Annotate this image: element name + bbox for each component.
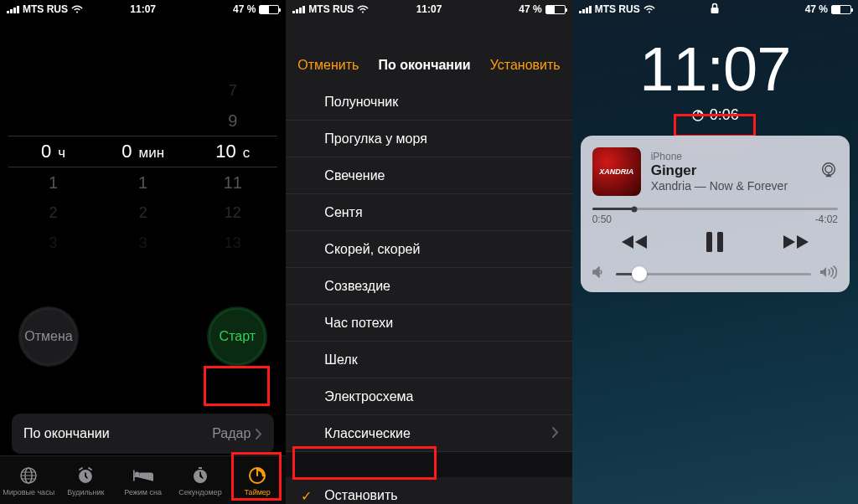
lock-icon	[711, 3, 720, 17]
hours-col[interactable]: 0 ч	[9, 141, 98, 162]
sound-item[interactable]: Электросхема	[286, 378, 571, 415]
tab-alarm[interactable]: Будильник	[57, 456, 114, 504]
lock-screen-time: 11:07	[572, 33, 858, 105]
volume-slider[interactable]	[616, 273, 811, 275]
airplay-icon[interactable]	[819, 161, 838, 183]
classic-row[interactable]: Классические	[286, 415, 571, 452]
svg-rect-4	[199, 467, 202, 469]
seconds-col[interactable]: 10 с	[189, 141, 277, 162]
start-button[interactable]: Старт	[207, 306, 267, 367]
tab-stopwatch[interactable]: Секундомер	[172, 456, 229, 504]
status-time: 11:07	[130, 3, 156, 15]
lock-screen: MTS RUS 47 % 11:07 0:06 XANDRIA iPhone G…	[572, 0, 858, 504]
sound-item[interactable]: Скорей, скорей	[286, 231, 571, 268]
sound-item[interactable]: Созвездие	[286, 268, 571, 305]
sheet-title: По окончании	[378, 58, 470, 73]
battery-icon	[259, 5, 279, 14]
sound-item[interactable]: Свечение	[286, 157, 571, 194]
tab-world-clock[interactable]: Мировые часы	[0, 456, 57, 504]
svg-rect-6	[711, 8, 719, 13]
alarm-icon	[75, 465, 96, 486]
sound-item[interactable]: Шелк	[286, 342, 571, 378]
globe-icon	[18, 465, 39, 486]
tab-bar: Мировые часы Будильник Режим сна Секундо…	[0, 455, 286, 504]
timer-countdown[interactable]: 0:06	[572, 106, 858, 124]
battery-pct: 47 %	[233, 3, 256, 15]
signal-icon	[7, 5, 19, 13]
volume-high-icon	[819, 265, 838, 282]
status-bar: MTS RUS 47 %	[572, 0, 858, 17]
album-art: XANDRIA	[592, 147, 641, 196]
next-button[interactable]	[782, 232, 810, 255]
svg-point-9	[825, 166, 832, 172]
wifi-icon	[357, 5, 369, 13]
chevron-right-icon	[256, 429, 262, 440]
now-playing-card[interactable]: XANDRIA iPhone Ginger Xandria — Now & Fo…	[581, 136, 850, 292]
device-label: iPhone	[651, 151, 788, 162]
cancel-button[interactable]: Отмена	[18, 306, 79, 367]
list-gap	[286, 452, 571, 477]
wifi-icon	[644, 5, 655, 13]
when-value: Радар	[212, 426, 251, 441]
status-bar: MTS RUS 11:07 47 %	[286, 0, 571, 17]
minutes-col[interactable]: 0 мин	[99, 141, 188, 162]
remaining-time: -4:02	[815, 213, 838, 225]
highlight-when-value	[204, 366, 270, 406]
carrier-label: MTS RUS	[23, 3, 68, 15]
progress-bar[interactable]: 0:50-4:02	[592, 208, 838, 225]
chevron-right-icon	[552, 427, 559, 438]
sound-item[interactable]: Полуночник	[286, 84, 571, 121]
status-bar: MTS RUS 11:07 47 %	[0, 0, 286, 17]
stop-playing-row[interactable]: ✓ Остановить	[286, 477, 571, 504]
track-title: Ginger	[651, 162, 788, 179]
wifi-icon	[71, 5, 83, 13]
volume-low-icon	[592, 266, 607, 281]
svg-rect-11	[717, 232, 723, 252]
sound-item[interactable]: Прогулка у моря	[286, 121, 571, 157]
prev-button[interactable]	[620, 232, 649, 255]
pause-button[interactable]	[704, 230, 726, 257]
sound-item[interactable]: Сентя	[286, 194, 571, 231]
cancel-button[interactable]: Отменить	[297, 58, 359, 73]
when-timer-ends-row[interactable]: По окончании Радар	[12, 414, 274, 454]
timer-icon	[691, 109, 705, 122]
bed-icon	[132, 468, 154, 483]
sound-picker-screen: MTS RUS 11:07 47 % Отменить По окончании…	[286, 0, 571, 504]
battery-icon	[831, 5, 851, 14]
sound-list[interactable]: Полуночник Прогулка у моря Свечение Сент…	[286, 84, 571, 452]
tab-bedtime[interactable]: Режим сна	[115, 456, 172, 504]
timer-icon	[247, 465, 267, 486]
timer-screen: MTS RUS 11:07 47 % 7 9 0 ч 0 мин 10 с 11…	[0, 0, 286, 504]
signal-icon	[292, 5, 305, 13]
set-button[interactable]: Установить	[490, 58, 561, 73]
svg-rect-10	[706, 232, 712, 252]
checkmark-icon: ✓	[299, 488, 313, 504]
sound-item[interactable]: Час потехи	[286, 305, 571, 342]
tab-timer[interactable]: Таймер	[229, 456, 286, 504]
when-label: По окончании	[23, 426, 110, 441]
battery-icon	[545, 5, 566, 14]
track-artist: Xandria — Now & Forever	[651, 179, 788, 193]
stopwatch-icon	[190, 465, 210, 486]
time-picker[interactable]: 7 9 0 ч 0 мин 10 с 1111 2212 3313	[0, 75, 286, 258]
elapsed-time: 0:50	[592, 213, 612, 225]
signal-icon	[579, 5, 592, 13]
sheet-header: Отменить По окончании Установить	[286, 47, 571, 84]
